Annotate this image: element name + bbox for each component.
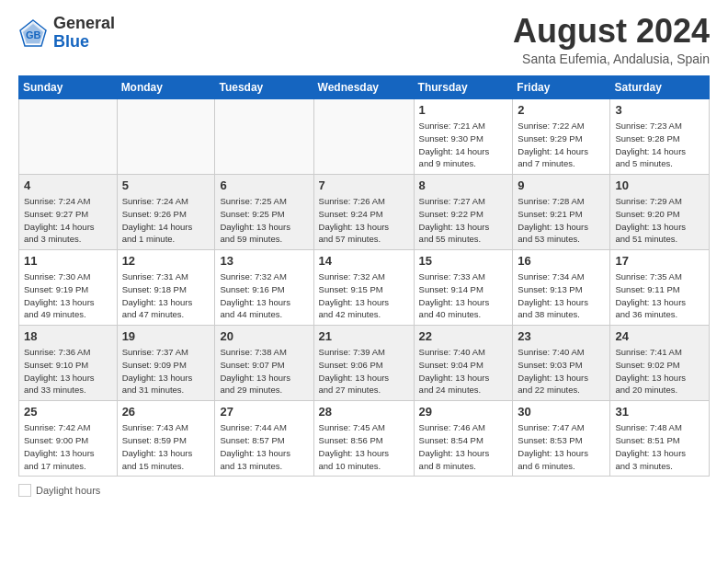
- calendar-week-row: 11Sunrise: 7:30 AM Sunset: 9:19 PM Dayli…: [19, 250, 710, 326]
- weekday-header-wednesday: Wednesday: [313, 76, 414, 99]
- logo-text: General Blue: [53, 15, 115, 52]
- day-info: Sunrise: 7:37 AM Sunset: 9:09 PM Dayligh…: [122, 346, 210, 396]
- calendar-cell: 24Sunrise: 7:41 AM Sunset: 9:02 PM Dayli…: [610, 326, 710, 401]
- day-info: Sunrise: 7:40 AM Sunset: 9:04 PM Dayligh…: [419, 346, 508, 396]
- day-info: Sunrise: 7:24 AM Sunset: 9:26 PM Dayligh…: [122, 195, 210, 246]
- calendar-cell: [117, 99, 215, 175]
- day-info: Sunrise: 7:45 AM Sunset: 8:56 PM Dayligh…: [319, 421, 409, 472]
- day-number: 25: [24, 405, 112, 419]
- legend: Daylight hours: [18, 484, 710, 497]
- weekday-header-tuesday: Tuesday: [215, 76, 313, 99]
- day-number: 4: [24, 178, 112, 192]
- day-number: 17: [615, 254, 704, 268]
- day-number: 11: [24, 254, 112, 268]
- calendar-cell: 22Sunrise: 7:40 AM Sunset: 9:04 PM Dayli…: [414, 326, 513, 401]
- day-number: 15: [419, 254, 508, 268]
- weekday-header-monday: Monday: [117, 76, 215, 99]
- day-info: Sunrise: 7:26 AM Sunset: 9:24 PM Dayligh…: [319, 195, 409, 246]
- calendar-cell: [313, 99, 414, 175]
- day-number: 29: [419, 405, 508, 419]
- day-number: 16: [518, 254, 605, 268]
- header: GB General Blue August 2024 Santa Eufemi…: [18, 15, 710, 66]
- calendar-cell: 30Sunrise: 7:47 AM Sunset: 8:53 PM Dayli…: [513, 401, 610, 477]
- title-block: August 2024 Santa Eufemia, Andalusia, Sp…: [513, 15, 710, 66]
- month-title: August 2024: [513, 15, 710, 48]
- calendar-week-row: 25Sunrise: 7:42 AM Sunset: 9:00 PM Dayli…: [19, 401, 710, 477]
- calendar-week-row: 4Sunrise: 7:24 AM Sunset: 9:27 PM Daylig…: [19, 175, 710, 250]
- day-info: Sunrise: 7:36 AM Sunset: 9:10 PM Dayligh…: [24, 346, 112, 396]
- logo-icon: GB: [18, 18, 48, 48]
- day-info: Sunrise: 7:28 AM Sunset: 9:21 PM Dayligh…: [518, 195, 605, 246]
- day-info: Sunrise: 7:31 AM Sunset: 9:18 PM Dayligh…: [122, 270, 210, 321]
- day-number: 28: [319, 405, 409, 419]
- day-number: 22: [419, 329, 508, 343]
- day-info: Sunrise: 7:38 AM Sunset: 9:07 PM Dayligh…: [220, 346, 308, 396]
- page: GB General Blue August 2024 Santa Eufemi…: [0, 0, 728, 563]
- day-number: 30: [518, 405, 605, 419]
- svg-text:GB: GB: [26, 29, 41, 40]
- calendar-cell: 3Sunrise: 7:23 AM Sunset: 9:28 PM Daylig…: [610, 99, 710, 175]
- day-info: Sunrise: 7:29 AM Sunset: 9:20 PM Dayligh…: [615, 195, 704, 246]
- calendar-cell: 26Sunrise: 7:43 AM Sunset: 8:59 PM Dayli…: [117, 401, 215, 477]
- calendar-cell: 5Sunrise: 7:24 AM Sunset: 9:26 PM Daylig…: [117, 175, 215, 250]
- day-number: 23: [518, 329, 605, 343]
- day-info: Sunrise: 7:48 AM Sunset: 8:51 PM Dayligh…: [615, 421, 704, 472]
- day-info: Sunrise: 7:47 AM Sunset: 8:53 PM Dayligh…: [518, 421, 605, 472]
- day-info: Sunrise: 7:33 AM Sunset: 9:14 PM Dayligh…: [419, 270, 508, 321]
- day-info: Sunrise: 7:41 AM Sunset: 9:02 PM Dayligh…: [615, 346, 704, 396]
- day-info: Sunrise: 7:40 AM Sunset: 9:03 PM Dayligh…: [518, 346, 605, 396]
- day-info: Sunrise: 7:32 AM Sunset: 9:15 PM Dayligh…: [319, 270, 409, 321]
- day-info: Sunrise: 7:24 AM Sunset: 9:27 PM Dayligh…: [24, 195, 112, 246]
- calendar-cell: 1Sunrise: 7:21 AM Sunset: 9:30 PM Daylig…: [414, 99, 513, 175]
- calendar-cell: [215, 99, 313, 175]
- calendar-cell: 11Sunrise: 7:30 AM Sunset: 9:19 PM Dayli…: [19, 250, 118, 326]
- calendar-cell: 17Sunrise: 7:35 AM Sunset: 9:11 PM Dayli…: [610, 250, 710, 326]
- day-number: 10: [615, 178, 704, 192]
- day-info: Sunrise: 7:46 AM Sunset: 8:54 PM Dayligh…: [419, 421, 508, 472]
- legend-box-white: [18, 484, 31, 497]
- calendar-cell: 20Sunrise: 7:38 AM Sunset: 9:07 PM Dayli…: [215, 326, 313, 401]
- day-info: Sunrise: 7:23 AM Sunset: 9:28 PM Dayligh…: [615, 120, 704, 170]
- day-info: Sunrise: 7:35 AM Sunset: 9:11 PM Dayligh…: [615, 270, 704, 321]
- calendar-cell: [19, 99, 118, 175]
- day-info: Sunrise: 7:44 AM Sunset: 8:57 PM Dayligh…: [220, 421, 308, 472]
- logo: GB General Blue: [18, 15, 115, 52]
- day-number: 7: [319, 178, 409, 192]
- calendar-cell: 18Sunrise: 7:36 AM Sunset: 9:10 PM Dayli…: [19, 326, 118, 401]
- calendar-cell: 12Sunrise: 7:31 AM Sunset: 9:18 PM Dayli…: [117, 250, 215, 326]
- day-number: 1: [419, 103, 508, 117]
- calendar-week-row: 18Sunrise: 7:36 AM Sunset: 9:10 PM Dayli…: [19, 326, 710, 401]
- day-number: 12: [122, 254, 210, 268]
- calendar-cell: 21Sunrise: 7:39 AM Sunset: 9:06 PM Dayli…: [313, 326, 414, 401]
- calendar-cell: 9Sunrise: 7:28 AM Sunset: 9:21 PM Daylig…: [513, 175, 610, 250]
- day-number: 8: [419, 178, 508, 192]
- day-number: 19: [122, 329, 210, 343]
- calendar-cell: 6Sunrise: 7:25 AM Sunset: 9:25 PM Daylig…: [215, 175, 313, 250]
- calendar-cell: 29Sunrise: 7:46 AM Sunset: 8:54 PM Dayli…: [414, 401, 513, 477]
- weekday-header-friday: Friday: [513, 76, 610, 99]
- day-number: 9: [518, 178, 605, 192]
- day-info: Sunrise: 7:34 AM Sunset: 9:13 PM Dayligh…: [518, 270, 605, 321]
- day-info: Sunrise: 7:42 AM Sunset: 9:00 PM Dayligh…: [24, 421, 112, 472]
- weekday-header-thursday: Thursday: [414, 76, 513, 99]
- calendar-table: SundayMondayTuesdayWednesdayThursdayFrid…: [18, 75, 710, 477]
- calendar-cell: 4Sunrise: 7:24 AM Sunset: 9:27 PM Daylig…: [19, 175, 118, 250]
- day-info: Sunrise: 7:22 AM Sunset: 9:29 PM Dayligh…: [518, 120, 605, 170]
- day-number: 24: [615, 329, 704, 343]
- day-number: 3: [615, 103, 704, 117]
- logo-general: General: [53, 15, 115, 33]
- calendar-cell: 7Sunrise: 7:26 AM Sunset: 9:24 PM Daylig…: [313, 175, 414, 250]
- calendar-cell: 28Sunrise: 7:45 AM Sunset: 8:56 PM Dayli…: [313, 401, 414, 477]
- day-number: 26: [122, 405, 210, 419]
- day-number: 6: [220, 178, 308, 192]
- calendar-cell: 15Sunrise: 7:33 AM Sunset: 9:14 PM Dayli…: [414, 250, 513, 326]
- day-info: Sunrise: 7:39 AM Sunset: 9:06 PM Dayligh…: [319, 346, 409, 396]
- day-number: 18: [24, 329, 112, 343]
- weekday-row: SundayMondayTuesdayWednesdayThursdayFrid…: [19, 76, 710, 99]
- day-number: 13: [220, 254, 308, 268]
- day-number: 5: [122, 178, 210, 192]
- legend-item-white: Daylight hours: [18, 484, 100, 497]
- logo-blue: Blue: [53, 33, 115, 52]
- day-number: 20: [220, 329, 308, 343]
- weekday-header-saturday: Saturday: [610, 76, 710, 99]
